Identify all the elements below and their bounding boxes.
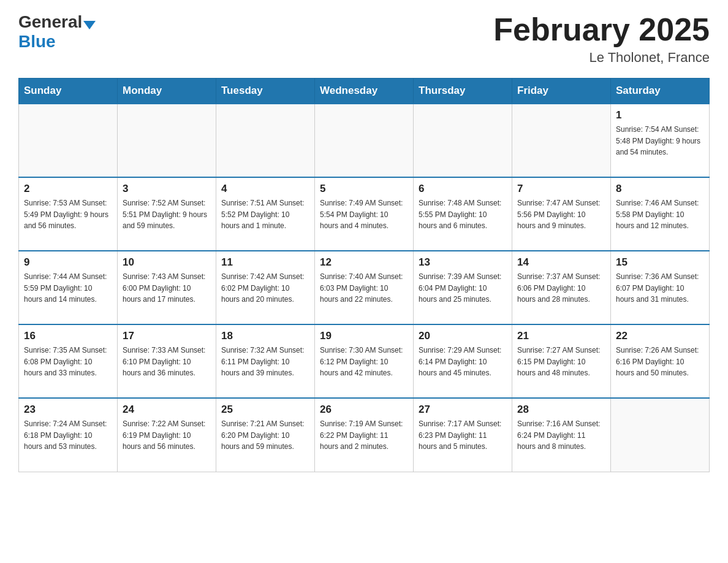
day-of-week-header: Tuesday (216, 79, 315, 104)
logo: General Blue (18, 12, 96, 52)
day-info: Sunrise: 7:26 AM Sunset: 6:16 PM Dayligh… (616, 345, 704, 379)
calendar-cell: 24Sunrise: 7:22 AM Sunset: 6:19 PM Dayli… (118, 398, 216, 472)
calendar-cell: 13Sunrise: 7:39 AM Sunset: 6:04 PM Dayli… (414, 251, 512, 324)
day-number: 22 (616, 330, 704, 342)
calendar-cell: 8Sunrise: 7:46 AM Sunset: 5:58 PM Daylig… (611, 177, 710, 251)
day-info: Sunrise: 7:47 AM Sunset: 5:56 PM Dayligh… (517, 197, 605, 232)
day-number: 20 (419, 330, 507, 342)
day-info: Sunrise: 7:24 AM Sunset: 6:18 PM Dayligh… (24, 418, 112, 453)
calendar-cell: 4Sunrise: 7:51 AM Sunset: 5:52 PM Daylig… (216, 177, 315, 251)
day-number: 15 (616, 256, 704, 269)
calendar-cell: 28Sunrise: 7:16 AM Sunset: 6:24 PM Dayli… (512, 398, 611, 472)
logo-blue: Blue (18, 32, 56, 51)
day-number: 7 (517, 183, 605, 195)
day-number: 14 (517, 256, 605, 269)
day-info: Sunrise: 7:54 AM Sunset: 5:48 PM Dayligh… (616, 124, 704, 158)
calendar-week-row: 9Sunrise: 7:44 AM Sunset: 5:59 PM Daylig… (19, 251, 710, 324)
calendar-cell: 16Sunrise: 7:35 AM Sunset: 6:08 PM Dayli… (19, 324, 118, 398)
day-info: Sunrise: 7:48 AM Sunset: 5:55 PM Dayligh… (419, 197, 507, 232)
day-of-week-header: Sunday (19, 79, 118, 104)
day-number: 12 (320, 256, 408, 269)
day-of-week-header: Friday (512, 79, 611, 104)
day-number: 17 (123, 330, 211, 342)
day-of-week-header: Monday (118, 79, 216, 104)
calendar-cell: 9Sunrise: 7:44 AM Sunset: 5:59 PM Daylig… (19, 251, 118, 324)
logo-text: General (18, 12, 96, 32)
month-title: February 2025 (493, 12, 710, 47)
day-info: Sunrise: 7:27 AM Sunset: 6:15 PM Dayligh… (517, 345, 605, 379)
day-info: Sunrise: 7:17 AM Sunset: 6:23 PM Dayligh… (419, 418, 507, 453)
day-number: 25 (221, 404, 309, 416)
title-block: February 2025 Le Tholonet, France (493, 12, 710, 66)
day-info: Sunrise: 7:37 AM Sunset: 6:06 PM Dayligh… (517, 271, 605, 305)
calendar-cell: 10Sunrise: 7:43 AM Sunset: 6:00 PM Dayli… (118, 251, 216, 324)
calendar-cell (414, 104, 512, 177)
logo-general: General (18, 12, 82, 31)
day-info: Sunrise: 7:46 AM Sunset: 5:58 PM Dayligh… (616, 197, 704, 232)
day-number: 13 (419, 256, 507, 269)
calendar-cell: 3Sunrise: 7:52 AM Sunset: 5:51 PM Daylig… (118, 177, 216, 251)
day-number: 19 (320, 330, 408, 342)
calendar-cell: 22Sunrise: 7:26 AM Sunset: 6:16 PM Dayli… (611, 324, 710, 398)
day-info: Sunrise: 7:49 AM Sunset: 5:54 PM Dayligh… (320, 197, 408, 232)
day-number: 18 (221, 330, 309, 342)
calendar-cell (512, 104, 611, 177)
day-number: 8 (616, 183, 704, 195)
day-number: 23 (24, 404, 112, 416)
calendar-cell (118, 104, 216, 177)
day-number: 26 (320, 404, 408, 416)
calendar-cell: 5Sunrise: 7:49 AM Sunset: 5:54 PM Daylig… (315, 177, 414, 251)
day-number: 16 (24, 330, 112, 342)
calendar-cell: 21Sunrise: 7:27 AM Sunset: 6:15 PM Dayli… (512, 324, 611, 398)
calendar-cell: 20Sunrise: 7:29 AM Sunset: 6:14 PM Dayli… (414, 324, 512, 398)
calendar-cell: 15Sunrise: 7:36 AM Sunset: 6:07 PM Dayli… (611, 251, 710, 324)
day-info: Sunrise: 7:36 AM Sunset: 6:07 PM Dayligh… (616, 271, 704, 305)
calendar-cell: 1Sunrise: 7:54 AM Sunset: 5:48 PM Daylig… (611, 104, 710, 177)
calendar-cell: 11Sunrise: 7:42 AM Sunset: 6:02 PM Dayli… (216, 251, 315, 324)
calendar-cell: 26Sunrise: 7:19 AM Sunset: 6:22 PM Dayli… (315, 398, 414, 472)
calendar-cell: 2Sunrise: 7:53 AM Sunset: 5:49 PM Daylig… (19, 177, 118, 251)
calendar-cell: 27Sunrise: 7:17 AM Sunset: 6:23 PM Dayli… (414, 398, 512, 472)
calendar-cell: 12Sunrise: 7:40 AM Sunset: 6:03 PM Dayli… (315, 251, 414, 324)
day-info: Sunrise: 7:16 AM Sunset: 6:24 PM Dayligh… (517, 418, 605, 453)
day-info: Sunrise: 7:51 AM Sunset: 5:52 PM Dayligh… (221, 197, 309, 232)
day-number: 10 (123, 256, 211, 269)
day-number: 6 (419, 183, 507, 195)
calendar-cell: 19Sunrise: 7:30 AM Sunset: 6:12 PM Dayli… (315, 324, 414, 398)
day-info: Sunrise: 7:43 AM Sunset: 6:00 PM Dayligh… (123, 271, 211, 305)
day-info: Sunrise: 7:42 AM Sunset: 6:02 PM Dayligh… (221, 271, 309, 305)
day-info: Sunrise: 7:44 AM Sunset: 5:59 PM Dayligh… (24, 271, 112, 305)
day-number: 27 (419, 404, 507, 416)
calendar-cell: 23Sunrise: 7:24 AM Sunset: 6:18 PM Dayli… (19, 398, 118, 472)
day-number: 24 (123, 404, 211, 416)
day-number: 2 (24, 183, 112, 195)
page-header: General Blue February 2025 Le Tholonet, … (18, 12, 710, 66)
day-number: 11 (221, 256, 309, 269)
day-number: 9 (24, 256, 112, 269)
calendar-cell: 17Sunrise: 7:33 AM Sunset: 6:10 PM Dayli… (118, 324, 216, 398)
day-info: Sunrise: 7:19 AM Sunset: 6:22 PM Dayligh… (320, 418, 408, 453)
day-info: Sunrise: 7:32 AM Sunset: 6:11 PM Dayligh… (221, 345, 309, 379)
calendar-cell: 18Sunrise: 7:32 AM Sunset: 6:11 PM Dayli… (216, 324, 315, 398)
calendar-cell: 6Sunrise: 7:48 AM Sunset: 5:55 PM Daylig… (414, 177, 512, 251)
day-info: Sunrise: 7:30 AM Sunset: 6:12 PM Dayligh… (320, 345, 408, 379)
logo-blue-text: Blue (18, 32, 56, 52)
calendar-week-row: 2Sunrise: 7:53 AM Sunset: 5:49 PM Daylig… (19, 177, 710, 251)
calendar-cell: 14Sunrise: 7:37 AM Sunset: 6:06 PM Dayli… (512, 251, 611, 324)
calendar-cell: 25Sunrise: 7:21 AM Sunset: 6:20 PM Dayli… (216, 398, 315, 472)
calendar-cell (216, 104, 315, 177)
calendar-week-row: 16Sunrise: 7:35 AM Sunset: 6:08 PM Dayli… (19, 324, 710, 398)
day-info: Sunrise: 7:29 AM Sunset: 6:14 PM Dayligh… (419, 345, 507, 379)
day-number: 21 (517, 330, 605, 342)
calendar-week-row: 1Sunrise: 7:54 AM Sunset: 5:48 PM Daylig… (19, 104, 710, 177)
calendar-cell (315, 104, 414, 177)
day-number: 5 (320, 183, 408, 195)
calendar-cell (19, 104, 118, 177)
day-number: 3 (123, 183, 211, 195)
day-info: Sunrise: 7:22 AM Sunset: 6:19 PM Dayligh… (123, 418, 211, 453)
day-number: 1 (616, 109, 704, 121)
location-title: Le Tholonet, France (493, 50, 710, 66)
calendar-cell: 7Sunrise: 7:47 AM Sunset: 5:56 PM Daylig… (512, 177, 611, 251)
logo-triangle-icon (83, 21, 96, 29)
day-number: 4 (221, 183, 309, 195)
